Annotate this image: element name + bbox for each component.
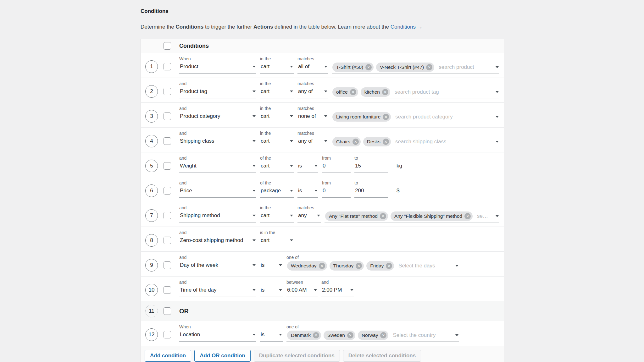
and-label: and: [321, 279, 354, 285]
remove-tag-icon[interactable]: ×: [383, 139, 389, 145]
select-all-checkbox[interactable]: [164, 42, 171, 50]
conditions-docs-link[interactable]: Conditions →: [391, 24, 423, 30]
remove-tag-icon[interactable]: ×: [382, 89, 388, 95]
condition-type-select[interactable]: Time of the day: [179, 285, 256, 297]
row-number: 2: [145, 85, 158, 98]
shipping-class-search-field[interactable]: Chairs× Desks× search shipping class: [332, 136, 499, 148]
chevron-down-icon: [290, 66, 293, 68]
scope-select[interactable]: cart: [260, 161, 294, 173]
is-select[interactable]: is: [260, 330, 283, 342]
condition-row-10: 10 and Time of the day is between 6:00 A…: [141, 276, 504, 301]
matcher-select[interactable]: any: [297, 211, 321, 222]
condition-type-select[interactable]: Product category: [179, 112, 256, 123]
row-checkbox[interactable]: [164, 88, 171, 95]
chevron-down-icon: [279, 289, 282, 291]
from-input-wrap: [322, 186, 351, 198]
remove-tag-icon[interactable]: ×: [380, 332, 386, 338]
condition-type-select[interactable]: Weight: [179, 161, 256, 173]
conjunction-label: When: [179, 56, 256, 62]
to-input-wrap: [354, 186, 388, 198]
chevron-down-icon: [253, 264, 256, 266]
time-start-select[interactable]: 6:00 AM: [286, 285, 318, 297]
add-or-condition-button[interactable]: Add OR condition: [194, 350, 250, 362]
table-footer: Add condition Add OR condition Duplicate…: [141, 346, 504, 362]
condition-type-select[interactable]: Shipping method: [179, 211, 256, 222]
shipping-method-search-field[interactable]: Any "Flat rate" method× Any "Flexible Sh…: [325, 211, 499, 222]
is-select[interactable]: is: [297, 186, 318, 198]
is-select[interactable]: is: [260, 261, 283, 272]
remove-tag-icon[interactable]: ×: [353, 139, 359, 145]
condition-type-select[interactable]: Zero-cost shipping method: [179, 236, 256, 247]
product-search-field[interactable]: T-Shirt (#50)× V-Neck T-Shirt (#47)× sea…: [332, 62, 499, 74]
matcher-select[interactable]: none of: [297, 112, 328, 123]
remove-tag-icon[interactable]: ×: [356, 263, 362, 269]
remove-tag-icon[interactable]: ×: [383, 114, 389, 120]
country-select-field[interactable]: Denmark× Sweden× Norway× Select the coun…: [286, 330, 459, 342]
row-number: 9: [145, 259, 158, 272]
matcher-select[interactable]: any of: [297, 136, 328, 148]
delete-selected-conditions-button[interactable]: Delete selected conditions: [343, 350, 421, 362]
condition-row-2: 2 and Product tag in the cart matches an…: [141, 78, 504, 102]
product-category-search-field[interactable]: Living room furniture× search product ca…: [332, 112, 499, 123]
condition-type-select[interactable]: Product: [179, 62, 256, 74]
chevron-down-icon: [496, 141, 499, 143]
remove-tag-icon[interactable]: ×: [319, 263, 325, 269]
is-select[interactable]: is: [260, 285, 283, 297]
chevron-down-icon: [253, 165, 256, 167]
row-number: 10: [145, 284, 158, 296]
condition-type-select[interactable]: Shipping class: [179, 136, 256, 148]
weight-to-input[interactable]: [355, 163, 387, 169]
conjunction-label: and: [179, 279, 256, 285]
row-fields: and Zero-cost shipping method is in the …: [179, 230, 499, 247]
scope-select[interactable]: cart: [260, 112, 294, 123]
scope-select[interactable]: cart: [260, 62, 294, 74]
scope-select[interactable]: cart: [260, 236, 294, 247]
remove-tag-icon[interactable]: ×: [464, 213, 471, 219]
is-select[interactable]: is: [297, 161, 318, 173]
condition-type-select[interactable]: Product tag: [179, 87, 256, 98]
condition-type-select[interactable]: Location: [179, 330, 256, 342]
scope-select[interactable]: cart: [260, 211, 294, 222]
product-tag-search-field[interactable]: office× kitchen× search product tag: [332, 87, 499, 98]
remove-tag-icon[interactable]: ×: [350, 89, 356, 95]
row-checkbox[interactable]: [164, 237, 171, 244]
remove-tag-icon[interactable]: ×: [313, 332, 319, 338]
tag-chip: Any "Flat rate" method×: [325, 211, 388, 221]
scope-select[interactable]: cart: [260, 136, 294, 148]
row-checkbox[interactable]: [164, 112, 171, 120]
days-select-field[interactable]: Wednesday× Thursday× Friday× Select the …: [286, 261, 459, 272]
remove-tag-icon[interactable]: ×: [426, 64, 432, 70]
weight-from-input[interactable]: [323, 163, 350, 169]
search-placeholder: Select the country: [393, 332, 436, 338]
row-checkbox[interactable]: [164, 261, 171, 269]
remove-tag-icon[interactable]: ×: [365, 64, 372, 70]
row-checkbox[interactable]: [164, 162, 171, 170]
remove-tag-icon[interactable]: ×: [386, 263, 392, 269]
condition-type-select[interactable]: Price: [179, 186, 256, 198]
tag-chip: V-Neck T-Shirt (#47)×: [376, 63, 434, 72]
matcher-select[interactable]: all of: [297, 62, 328, 74]
conjunction-label: and: [179, 255, 256, 261]
row-checkbox[interactable]: [164, 187, 171, 195]
from-label: from: [322, 155, 351, 161]
add-condition-button[interactable]: Add condition: [145, 350, 191, 362]
scope-select[interactable]: package: [260, 186, 294, 198]
row-checkbox[interactable]: [164, 331, 171, 338]
price-from-input[interactable]: [323, 188, 350, 194]
row-checkbox[interactable]: [164, 63, 171, 70]
row-checkbox[interactable]: [164, 137, 171, 145]
row-checkbox[interactable]: [164, 212, 171, 219]
price-to-input[interactable]: [355, 188, 387, 194]
row-fields: When Location is one of Denmark× Sweden×…: [179, 324, 499, 342]
matcher-select[interactable]: any of: [297, 87, 328, 98]
time-end-select[interactable]: 2:00 PM: [321, 285, 354, 297]
condition-type-select[interactable]: Day of the week: [179, 261, 256, 272]
row-checkbox[interactable]: [164, 307, 171, 315]
remove-tag-icon[interactable]: ×: [380, 213, 386, 219]
remove-tag-icon[interactable]: ×: [347, 332, 353, 338]
duplicate-selected-conditions-button[interactable]: Duplicate selected conditions: [254, 350, 340, 362]
scope-select[interactable]: cart: [260, 87, 294, 98]
row-fields: and Shipping method in the cart matches …: [179, 205, 499, 222]
empty-label: [332, 130, 499, 136]
row-checkbox[interactable]: [164, 286, 171, 294]
